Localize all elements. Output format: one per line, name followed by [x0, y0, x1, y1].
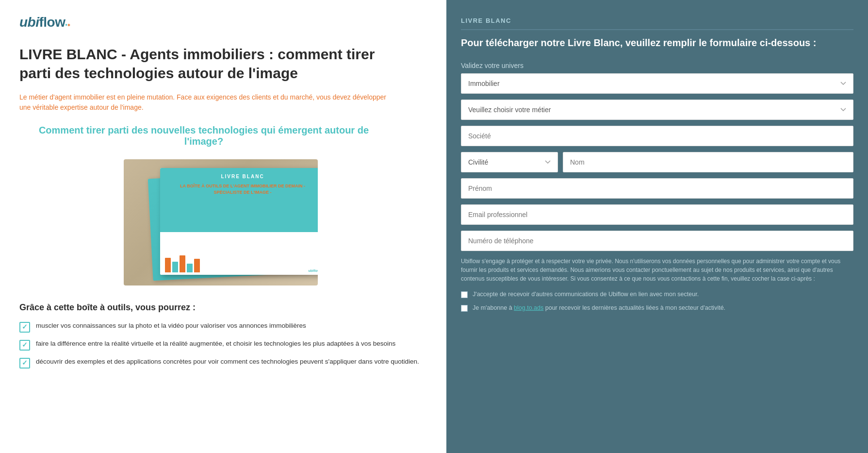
book-cover: Livre Blanc La boîte à outils de l'agent… — [160, 168, 318, 275]
feature-text-1: muscler vos connaissances sur la photo e… — [36, 321, 306, 331]
consent-label-1: J'accepte de recevoir d'autres communica… — [473, 290, 699, 299]
prenom-input[interactable] — [461, 178, 853, 199]
checkbox-icon-2 — [19, 340, 30, 351]
logo-area: ubiflow•✦ — [19, 15, 422, 30]
building-2 — [172, 262, 178, 272]
feature-item-2: faire la différence entre la réalité vir… — [19, 339, 422, 351]
page-title: LIVRE BLANC - Agents immobiliers : comme… — [19, 45, 408, 83]
feature-item-1: muscler vos connaissances sur la photo e… — [19, 321, 422, 333]
book-cover-title: Livre Blanc — [221, 174, 264, 179]
checkbox-icon-3 — [19, 358, 30, 369]
societe-input[interactable] — [461, 126, 853, 146]
nom-wrap — [563, 152, 853, 178]
email-input[interactable] — [461, 204, 853, 225]
univers-select[interactable]: Immobilier Autre — [461, 73, 853, 94]
form-main-title: Pour télécharger notre Livre Blanc, veui… — [461, 36, 853, 50]
civilite-nom-row: Civilité M. Mme — [461, 152, 853, 178]
privacy-text: Ubiflow s'engage à protéger et à respect… — [461, 257, 853, 283]
nom-input[interactable] — [563, 152, 853, 172]
book-cover-subtitle: La boîte à outils de l'agent immobilier … — [166, 183, 318, 195]
checkbox-icon-1 — [19, 322, 30, 333]
building-5 — [194, 259, 200, 272]
univers-label: Validez votre univers — [461, 62, 853, 69]
subtitle-text: Le métier d'agent immobilier est en plei… — [19, 92, 398, 113]
building-4 — [187, 264, 193, 272]
book-cover-top: Livre Blanc La boîte à outils de l'agent… — [160, 168, 318, 232]
blog-link[interactable]: blog.to.ads — [514, 304, 543, 311]
feature-text-2: faire la différence entre la réalité vir… — [36, 339, 395, 349]
form-section-tag: LIVRE BLANC — [461, 17, 853, 30]
book-image: Livre Blanc La boîte à outils de l'agent… — [124, 159, 318, 285]
feature-list: muscler vos connaissances sur la photo e… — [19, 321, 422, 369]
building-3 — [180, 255, 185, 272]
feature-text-3: découvrir des exemples et des applicatio… — [36, 357, 419, 367]
features-title: Grâce à cette boîte à outils, vous pourr… — [19, 302, 422, 313]
section-heading: Comment tirer parti des nouvelles techno… — [19, 125, 388, 147]
civilite-wrap: Civilité M. Mme — [461, 152, 558, 178]
logo: ubiflow•✦ — [19, 15, 71, 30]
consent-label-2: Je m'abonne à blog.to.ads pour recevoir … — [473, 304, 725, 313]
book-cover-bottom: ubiflow — [160, 232, 318, 275]
right-panel: LIVRE BLANC Pour télécharger notre Livre… — [446, 0, 868, 453]
book-front: Livre Blanc La boîte à outils de l'agent… — [160, 168, 318, 275]
left-panel: ubiflow•✦ LIVRE BLANC - Agents immobilie… — [0, 0, 446, 453]
consent-item-2: Je m'abonne à blog.to.ads pour recevoir … — [461, 304, 853, 313]
book-buildings — [165, 255, 200, 272]
consent-checkbox-1[interactable] — [461, 291, 468, 298]
metier-select[interactable]: Veuillez choisir votre métier — [461, 100, 853, 120]
book-logo: ubiflow — [309, 269, 318, 272]
phone-input[interactable] — [461, 231, 853, 251]
consent-checkbox-2[interactable] — [461, 305, 468, 312]
feature-item-3: découvrir des exemples et des applicatio… — [19, 357, 422, 369]
consent-item-1: J'accepte de recevoir d'autres communica… — [461, 290, 853, 299]
building-1 — [165, 258, 171, 272]
civilite-select[interactable]: Civilité M. Mme — [461, 152, 558, 172]
